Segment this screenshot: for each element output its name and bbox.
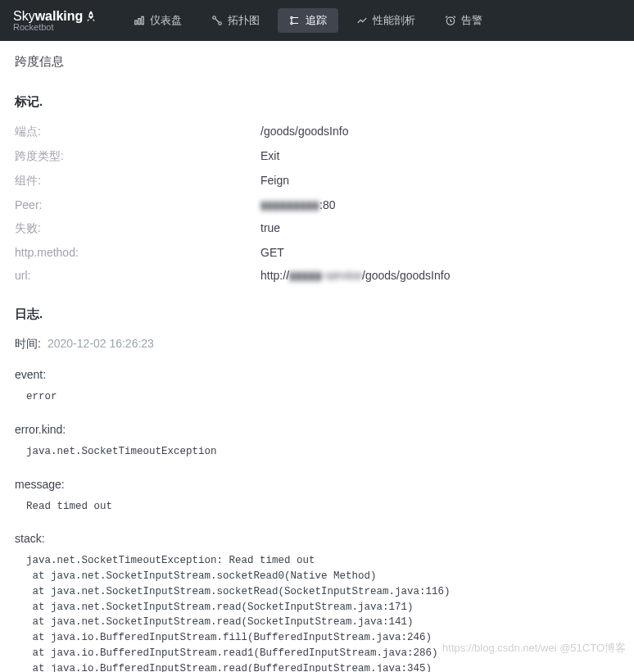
alarm-icon: [445, 15, 456, 26]
content-area: 跨度信息 标记. 端点: /goods/goodsInfo 跨度类型: Exit…: [0, 41, 634, 672]
tag-val: /goods/goodsInfo: [260, 125, 348, 139]
svg-point-5: [291, 16, 292, 18]
brand-logo-block[interactable]: Skywalking Rocketbot: [13, 9, 97, 32]
tags-heading: 标记.: [15, 94, 619, 110]
nav-dashboard[interactable]: 仪表盘: [122, 8, 193, 33]
trace-icon: [289, 15, 301, 26]
nav-topology[interactable]: 拓扑图: [200, 8, 271, 33]
tag-row-endpoint: 端点: /goods/goodsInfo: [15, 125, 619, 139]
tag-val: ▮▮▮▮▮▮▮▮▮:80: [260, 198, 335, 211]
tag-row-peer: Peer: ▮▮▮▮▮▮▮▮▮:80: [15, 198, 619, 211]
tag-row-failed: 失败: true: [15, 221, 619, 236]
log-field-stack: stack: java.net.SocketTimeoutException: …: [15, 532, 619, 672]
profile-icon: [356, 15, 368, 26]
nav-profile[interactable]: 性能剖析: [345, 8, 427, 33]
redacted-text: ▮▮▮▮▮-service: [289, 269, 362, 282]
redacted-text: ▮▮▮▮▮▮▮▮▮: [260, 198, 319, 211]
svg-point-3: [213, 16, 216, 20]
log-field-name: error.kind:: [15, 423, 619, 436]
tag-val: GET: [260, 246, 284, 259]
logs-section: 日志. 时间: 2020-12-02 16:26:23 event: error…: [15, 306, 619, 672]
tag-val: Feign: [260, 174, 289, 188]
svg-rect-1: [138, 19, 140, 25]
tag-val: http://▮▮▮▮▮-service/goods/goodsInfo: [260, 269, 450, 282]
log-field-name: event:: [15, 368, 619, 381]
top-navigation: Skywalking Rocketbot 仪表盘 拓扑图 追踪 性能剖析 告警: [0, 0, 634, 41]
tag-row-spantype: 跨度类型: Exit: [15, 149, 619, 164]
nav-alarm[interactable]: 告警: [433, 8, 494, 33]
tag-val: true: [260, 221, 280, 236]
tag-key: url:: [15, 269, 260, 282]
svg-point-6: [291, 22, 292, 24]
log-field-name: stack:: [15, 532, 619, 545]
brand-subtitle: Rocketbot: [13, 22, 97, 32]
tag-key: 组件:: [15, 174, 260, 188]
tag-row-url: url: http://▮▮▮▮▮-service/goods/goodsInf…: [15, 269, 619, 282]
dashboard-icon: [134, 15, 145, 26]
tag-key: http.method:: [15, 246, 260, 259]
log-field-errorkind: error.kind: java.net.SocketTimeoutExcept…: [15, 423, 619, 460]
svg-rect-0: [135, 20, 137, 25]
nav-label: 仪表盘: [150, 13, 182, 28]
nav-items: 仪表盘 拓扑图 追踪 性能剖析 告警: [122, 8, 494, 33]
nav-label: 告警: [461, 13, 482, 28]
page-title: 跨度信息: [15, 54, 619, 70]
log-field-value: error: [15, 389, 619, 405]
tag-key: 失败:: [15, 221, 260, 236]
log-time-row: 时间: 2020-12-02 16:26:23: [15, 337, 619, 352]
nav-trace[interactable]: 追踪: [278, 8, 338, 33]
nav-label: 拓扑图: [228, 13, 260, 28]
svg-rect-2: [142, 16, 143, 24]
log-field-message: message: Read timed out: [15, 478, 619, 515]
log-field-name: message:: [15, 478, 619, 491]
log-time-label: 时间:: [15, 337, 41, 352]
log-time-value: 2020-12-02 16:26:23: [48, 337, 154, 352]
nav-label: 性能剖析: [373, 13, 415, 28]
nav-label: 追踪: [306, 13, 327, 28]
log-field-value: java.net.SocketTimeoutException: [15, 444, 619, 460]
tag-val: Exit: [260, 149, 279, 164]
tag-key: Peer:: [15, 198, 260, 211]
log-field-value: java.net.SocketTimeoutException: Read ti…: [15, 553, 619, 672]
tag-key: 端点:: [15, 125, 260, 139]
tag-row-component: 组件: Feign: [15, 174, 619, 188]
logs-heading: 日志.: [15, 306, 619, 322]
log-field-value: Read timed out: [15, 499, 619, 515]
rocket-icon: [84, 10, 97, 23]
tag-row-httpmethod: http.method: GET: [15, 246, 619, 259]
tags-list: 端点: /goods/goodsInfo 跨度类型: Exit 组件: Feig…: [15, 125, 619, 282]
tag-key: 跨度类型:: [15, 149, 260, 164]
topology-icon: [211, 15, 223, 26]
log-field-event: event: error: [15, 368, 619, 405]
svg-point-4: [219, 22, 222, 25]
